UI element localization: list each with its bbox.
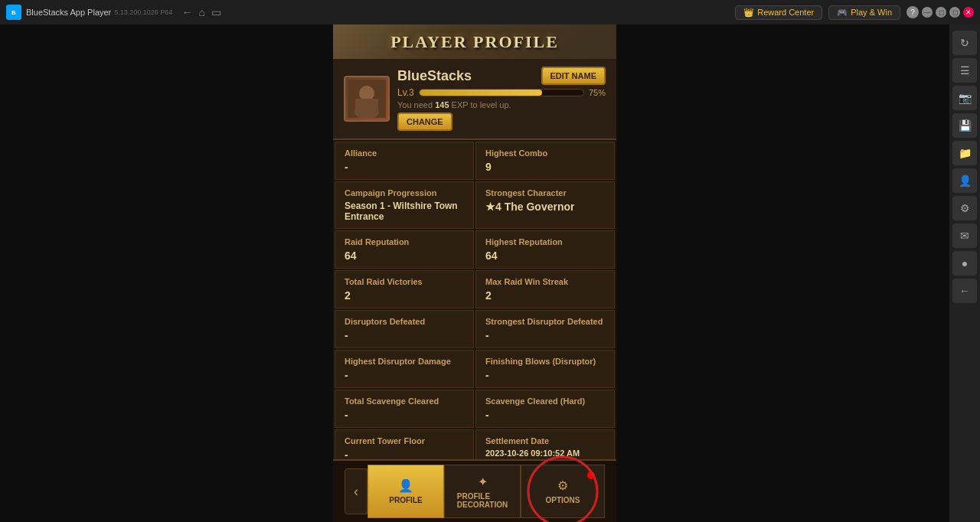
stat-campaign: Campaign Progression Season 1 - Wiltshir… [335,181,474,229]
change-button[interactable]: CHANGE [397,113,452,131]
sidebar-btn-2[interactable]: ☰ [952,58,977,83]
reward-center-btn[interactable]: 👑 Reward Center [735,5,822,20]
player-details: BlueStacks EDIT NAME Lv.3 75% You need 1… [397,67,606,131]
stats-grid: Alliance - Highest Combo 9 Campaign Prog… [333,140,616,459]
stat-total-raid: Total Raid Victories 2 [335,270,474,308]
app-logo: B [6,5,21,20]
edit-name-button[interactable]: EDIT NAME [541,67,606,85]
app-version: 5.13.200.1026 P64 [114,8,172,16]
stat-tower-floor: Current Tower Floor - [335,429,474,459]
level-label: Lv.3 [397,87,414,98]
stat-highest-reputation: Highest Reputation 64 [475,230,615,269]
stat-strongest-disruptor: Strongest Disruptor Defeated - [475,310,615,348]
sidebar-btn-9[interactable]: ● [952,251,977,276]
window-controls: ? — ◻ ◻ ✕ [906,6,974,18]
bottom-nav: ‹ 👤 PROFILE ✦ PROFILEDECORATION ⚙ OPTION… [333,459,616,522]
reward-center-label: Reward Center [757,8,814,17]
stat-scavenge-hard: Scavenge Cleared (Hard) - [475,390,615,428]
options-tab-label: OPTIONS [545,496,580,504]
options-notification-dot [587,471,595,479]
nav-tab-decoration[interactable]: ✦ PROFILEDECORATION [444,465,521,518]
minimize-btn[interactable]: — [922,7,933,18]
decoration-tab-label: PROFILEDECORATION [457,492,508,509]
sidebar-btn-3[interactable]: 📷 [952,86,977,110]
panel-header: Player Profile [333,24,616,59]
svg-text:B: B [11,9,16,16]
profile-icon: 👤 [398,478,413,493]
nav-left-arrow[interactable]: ‹ [345,468,368,514]
sidebar-btn-10[interactable]: ← [952,279,977,303]
game-area: Player Profile BlueStacks EDIT NAME Lv.3 [0,24,949,522]
options-icon: ⚙ [557,478,568,493]
stat-finishing-blows: Finishing Blows (Disruptor) - [475,350,615,388]
play-win-icon: 🎮 [837,8,848,18]
sidebar-btn-1[interactable]: ↻ [952,31,977,55]
exp-amount: 145 [435,100,449,109]
svg-rect-5 [355,99,378,114]
stat-raid-reputation: Raid Reputation 64 [335,230,474,269]
exp-text: You need 145 EXP to level up. [397,100,606,109]
player-avatar [344,76,390,122]
profile-tab-label: PROFILE [389,496,422,504]
stat-highest-disruptor-damage: Highest Disruptor Damage - [335,350,474,388]
game-panel: Player Profile BlueStacks EDIT NAME Lv.3 [333,24,616,522]
level-percent: 75% [589,88,606,97]
player-name: BlueStacks [397,68,472,84]
stat-strongest-character: Strongest Character ★4 The Governor [475,181,615,229]
sidebar-btn-6[interactable]: 👤 [952,168,977,193]
titlebar-right: 👑 Reward Center 🎮 Play & Win ? — ◻ ◻ ✕ [735,5,974,20]
stat-alliance: Alliance - [335,142,474,180]
titlebar: B BlueStacks App Player 5.13.200.1026 P6… [0,0,980,24]
restore-btn[interactable]: ◻ [936,7,946,18]
level-bar [419,89,584,96]
stat-total-scavenge: Total Scavenge Cleared - [335,390,474,428]
help-btn[interactable]: ? [906,6,919,18]
stat-highest-combo: Highest Combo 9 [475,142,615,180]
nav-back-btn[interactable]: ← [181,6,192,18]
right-sidebar: ↻ ☰ 📷 💾 📁 👤 ⚙ ✉ ● ← [949,24,980,522]
titlebar-nav: ← ⌂ ▭ [181,6,220,18]
stat-disruptors-defeated: Disruptors Defeated - [335,310,474,348]
sidebar-btn-7[interactable]: ⚙ [952,196,977,220]
maximize-btn[interactable]: ◻ [949,7,960,18]
sidebar-btn-4[interactable]: 💾 [952,113,977,138]
reward-center-icon: 👑 [743,8,754,18]
level-row: Lv.3 75% [397,87,606,98]
sidebar-btn-5[interactable]: 📁 [952,141,977,165]
player-info: BlueStacks EDIT NAME Lv.3 75% You need 1… [333,59,616,140]
play-win-btn[interactable]: 🎮 Play & Win [828,5,900,20]
play-win-label: Play & Win [851,8,892,17]
close-btn[interactable]: ✕ [963,7,974,18]
stats-area: Alliance - Highest Combo 9 Campaign Prog… [333,140,616,459]
panel-title: Player Profile [390,32,559,52]
nav-home-btn[interactable]: ⌂ [198,6,204,18]
nav-tab-profile[interactable]: 👤 PROFILE [368,465,444,518]
nav-windows-btn[interactable]: ▭ [211,6,221,18]
level-bar-fill [420,90,543,96]
stat-settlement-date: Settlement Date 2023-10-26 09:10:52 AM [475,429,615,459]
sidebar-btn-8[interactable]: ✉ [952,223,977,248]
app-title: BlueStacks App Player [26,8,111,17]
nav-tab-options[interactable]: ⚙ OPTIONS [521,465,605,518]
stat-max-raid-streak: Max Raid Win Streak 2 [475,270,615,308]
decoration-icon: ✦ [478,475,488,489]
